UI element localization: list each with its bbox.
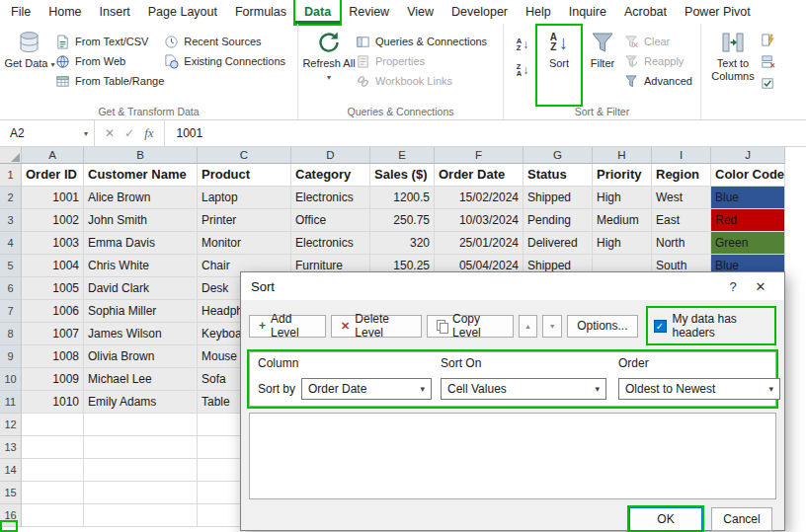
cell-E3[interactable]: 250.75 <box>370 209 435 232</box>
cell-B4[interactable]: Emma Davis <box>84 232 198 255</box>
cell-H4[interactable]: High <box>593 232 652 255</box>
workbook-links-button[interactable]: Workbook Links <box>356 73 487 89</box>
column-header-J[interactable]: J <box>711 147 785 164</box>
cell-B9[interactable]: Olivia Brown <box>84 345 198 368</box>
cell-A3[interactable]: 1002 <box>22 209 84 232</box>
column-header-C[interactable]: C <box>198 147 291 164</box>
move-level-down-button[interactable]: ▼ <box>542 315 562 338</box>
cancel-button[interactable]: Cancel <box>711 507 772 531</box>
cell-B12[interactable] <box>84 414 198 436</box>
cell-J1[interactable]: Color Code <box>711 164 785 187</box>
tab-data[interactable]: Data <box>295 0 340 24</box>
cell-I2[interactable]: West <box>652 187 711 209</box>
tab-file[interactable]: File <box>2 0 40 24</box>
column-header-H[interactable]: H <box>593 147 652 164</box>
tab-review[interactable]: Review <box>340 0 398 24</box>
column-header-A[interactable]: A <box>22 147 84 164</box>
remove-duplicates-button[interactable] <box>761 53 775 69</box>
name-box[interactable]: A2 ▾ <box>0 120 95 146</box>
cell-B3[interactable]: John Smith <box>84 209 198 232</box>
cell-A16[interactable] <box>22 504 84 527</box>
tab-acrobat[interactable]: Acrobat <box>615 0 676 24</box>
row-header-1[interactable]: 1 <box>0 164 22 187</box>
tab-inquire[interactable]: Inquire <box>560 0 615 24</box>
column-header-G[interactable]: G <box>524 147 593 164</box>
cell-B8[interactable]: James Wilson <box>84 323 198 345</box>
close-icon[interactable]: ✕ <box>747 279 774 294</box>
tab-page-layout[interactable]: Page Layout <box>139 0 226 24</box>
cell-B7[interactable]: Sophia Miller <box>84 300 198 323</box>
cell-J3[interactable]: Red <box>711 209 785 232</box>
row-header-9[interactable]: 9 <box>0 345 22 368</box>
tab-view[interactable]: View <box>398 0 443 24</box>
from-text-csv-button[interactable]: From Text/CSV <box>55 34 164 49</box>
cell-F4[interactable]: 25/01/2024 <box>435 232 524 255</box>
from-web-button[interactable]: From Web <box>55 53 164 69</box>
cell-H2[interactable]: High <box>593 187 652 209</box>
cell-F1[interactable]: Order Date <box>435 164 524 187</box>
row-header-10[interactable]: 10 <box>0 368 22 391</box>
cell-A9[interactable]: 1008 <box>22 345 84 368</box>
cell-A11[interactable]: 1010 <box>22 391 84 414</box>
cell-G3[interactable]: Pending <box>524 209 593 232</box>
cell-E2[interactable]: 1200.5 <box>370 187 435 209</box>
cell-A12[interactable] <box>22 414 84 436</box>
cell-G2[interactable]: Shipped <box>524 187 593 209</box>
dialog-title-bar[interactable]: Sort ? ✕ <box>241 272 784 300</box>
text-to-columns-button[interactable]: Text to Columns <box>705 26 761 105</box>
cell-G1[interactable]: Status <box>524 164 593 187</box>
queries-connections-button[interactable]: Queries & Connections <box>356 34 487 49</box>
existing-connections-button[interactable]: Existing Connections <box>164 53 285 69</box>
cell-G4[interactable]: Delivered <box>524 232 593 255</box>
tab-power-pivot[interactable]: Power Pivot <box>676 0 760 24</box>
cell-C4[interactable]: Monitor <box>198 232 291 255</box>
help-icon[interactable]: ? <box>719 279 747 294</box>
cell-J4[interactable]: Green <box>711 232 785 255</box>
cell-C2[interactable]: Laptop <box>198 187 291 209</box>
cell-H1[interactable]: Priority <box>593 164 652 187</box>
cell-I3[interactable]: East <box>652 209 711 232</box>
from-table-range-button[interactable]: From Table/Range <box>55 73 164 89</box>
cell-B10[interactable]: Michael Lee <box>84 368 198 391</box>
tab-insert[interactable]: Insert <box>91 0 139 24</box>
sort-ascending-button[interactable]: AZ ↓ <box>510 34 535 55</box>
cell-A10[interactable]: 1009 <box>22 368 84 391</box>
cell-F3[interactable]: 10/03/2024 <box>435 209 524 232</box>
row-header-8[interactable]: 8 <box>0 323 22 345</box>
cell-I4[interactable]: North <box>652 232 711 255</box>
row-header-12[interactable]: 12 <box>0 414 22 436</box>
cancel-entry-icon[interactable]: ✕ <box>105 126 115 140</box>
sort-on-select[interactable]: Cell Values ▾ <box>441 378 606 400</box>
cell-B14[interactable] <box>84 459 198 482</box>
row-header-13[interactable]: 13 <box>0 436 22 459</box>
row-header-2[interactable]: 2 <box>0 187 22 209</box>
cell-A13[interactable] <box>22 436 84 459</box>
cell-D1[interactable]: Category <box>291 164 370 187</box>
cell-B13[interactable] <box>84 436 198 459</box>
cell-A4[interactable]: 1003 <box>22 232 84 255</box>
reapply-button[interactable]: Reapply <box>624 53 692 69</box>
delete-level-button[interactable]: ✕ Delete Level <box>331 315 422 338</box>
cell-D2[interactable]: Electronics <box>291 187 370 209</box>
cell-E1[interactable]: Sales ($) <box>370 164 435 187</box>
cell-B2[interactable]: Alice Brown <box>84 187 198 209</box>
row-header-14[interactable]: 14 <box>0 459 22 482</box>
row-header-3[interactable]: 3 <box>0 209 22 232</box>
row-header-6[interactable]: 6 <box>0 277 22 300</box>
formula-input[interactable]: 1001 <box>165 126 203 140</box>
cell-B16[interactable] <box>84 504 198 527</box>
cell-A6[interactable]: 1005 <box>22 277 84 300</box>
column-header-D[interactable]: D <box>291 147 370 164</box>
cell-B6[interactable]: David Clark <box>84 277 198 300</box>
cell-A1[interactable]: Order ID <box>22 164 84 187</box>
confirm-entry-icon[interactable]: ✓ <box>124 126 134 140</box>
cell-C1[interactable]: Product <box>198 164 291 187</box>
cell-D3[interactable]: Office <box>291 209 370 232</box>
column-header-E[interactable]: E <box>370 147 435 164</box>
clear-button[interactable]: Clear <box>624 34 692 49</box>
ok-button[interactable]: OK <box>629 507 702 531</box>
cell-E4[interactable]: 320 <box>370 232 435 255</box>
advanced-button[interactable]: Advanced <box>624 73 692 89</box>
data-validation-button[interactable] <box>761 75 775 91</box>
tab-formulas[interactable]: Formulas <box>226 0 295 24</box>
